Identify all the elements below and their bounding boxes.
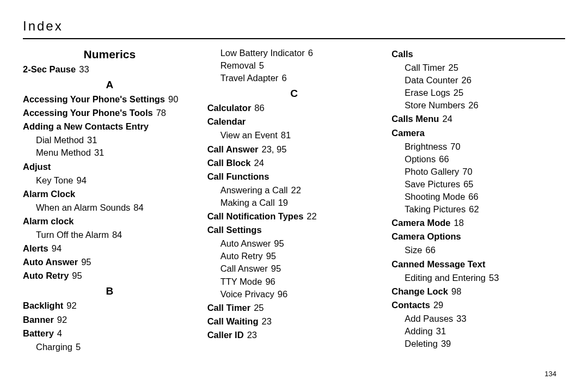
entry-page: 23, 95 — [259, 144, 287, 154]
index-subentry: Erase Logs25 — [405, 87, 565, 99]
index-subentry: Data Counter26 — [405, 74, 565, 87]
subentry-label: When an Alarm Sounds — [36, 203, 130, 212]
subentry-label: Photo Gallery — [405, 167, 459, 176]
subentry-page: 31 — [91, 148, 104, 157]
subentry-label: Data Counter — [405, 75, 458, 85]
subentry-label: Shooting Mode — [405, 192, 465, 201]
entry-label: Canned Message Text — [391, 259, 485, 269]
subentry-label: Size — [405, 245, 422, 255]
entry-page: 25 — [250, 303, 264, 313]
index-entry: Call Waiting23 — [207, 315, 381, 328]
entry-label: Call Notification Types — [207, 211, 304, 221]
index-entry: Camera Options — [391, 230, 565, 243]
subentry-page: 95 — [263, 251, 276, 261]
entry-label: Alarm clock — [23, 216, 74, 226]
index-subentry: Auto Retry95 — [220, 250, 381, 262]
subentry-label: TTY Mode — [220, 277, 262, 286]
index-subentry: Low Battery Indicator6 — [220, 47, 381, 59]
index-subentry: Answering a Call22 — [220, 184, 381, 197]
index-entry: Alarm Clock — [23, 188, 197, 200]
subentry-page: 19 — [275, 198, 288, 207]
entry-page: 78 — [153, 108, 166, 118]
index-entry: Accessing Your Phone's Tools78 — [23, 107, 197, 119]
index-entry: Accessing Your Phone's Settings90 — [23, 93, 197, 106]
index-subentry: Menu Method31 — [36, 146, 197, 159]
entry-page: 95 — [78, 257, 91, 267]
entry-label: Call Settings — [207, 225, 262, 235]
subentry-page: 53 — [486, 273, 499, 283]
subentry-label: Making a Call — [220, 198, 275, 207]
subentry-page: 84 — [130, 203, 143, 212]
subentry-label: Charging — [36, 342, 72, 352]
subentry-label: Adding — [405, 326, 432, 336]
index-subentry: Call Timer25 — [405, 62, 565, 74]
index-subentry: Options66 — [405, 153, 565, 166]
index-entry: 2-Sec Pause33 — [23, 63, 197, 76]
index-subentry: View an Event81 — [220, 129, 381, 142]
subentry-page: 31 — [433, 326, 446, 336]
subentry-page: 66 — [436, 154, 449, 164]
entry-label: Banner — [23, 315, 54, 324]
entry-label: Camera Mode — [391, 218, 450, 228]
entry-page: 33 — [76, 64, 89, 74]
index-subentry: Size66 — [405, 244, 565, 256]
index-entry: Auto Answer95 — [23, 256, 197, 268]
index-subentry: Editing and Entering53 — [405, 272, 565, 284]
index-subentry: Charging5 — [36, 341, 197, 353]
index-entry: Backlight92 — [23, 299, 197, 312]
subentry-page: 62 — [465, 204, 479, 214]
subentry-label: Low Battery Indicator — [220, 48, 305, 58]
index-subentry: Auto Answer95 — [220, 237, 381, 250]
column-1: Numerics2-Sec Pause33AAccessing Your Pho… — [23, 47, 197, 353]
index-entry: Calls — [391, 48, 565, 60]
entry-label: Alarm Clock — [23, 189, 75, 199]
index-entry: Adding a New Contacts Entry — [23, 120, 197, 133]
subentry-label: Save Pictures — [405, 179, 460, 189]
subentry-page: 5 — [256, 60, 264, 70]
subentry-label: Brightness — [405, 142, 447, 151]
subentry-label: Store Numbers — [405, 100, 465, 110]
subentry-page: 84 — [109, 230, 122, 240]
subentry-label: Menu Method — [36, 148, 91, 157]
subentry-page: 6 — [278, 73, 286, 83]
subentry-page: 96 — [262, 277, 275, 286]
subentry-label: Erase Logs — [405, 88, 450, 97]
subentry-page: 25 — [450, 88, 463, 97]
subentry-label: Call Timer — [405, 63, 445, 72]
index-entry: Battery4 — [23, 327, 197, 340]
index-subentry: Shooting Mode66 — [405, 191, 565, 203]
entry-label: Battery — [23, 328, 54, 338]
entry-label: Change Lock — [391, 286, 448, 296]
entry-label: Camera — [391, 128, 425, 138]
entry-label: Calls — [391, 49, 413, 59]
entry-page: 24 — [439, 114, 452, 124]
subentry-label: Options — [405, 154, 436, 164]
index-subentry: Adding31 — [405, 325, 565, 338]
page-number: 134 — [544, 370, 556, 378]
entry-page: 24 — [250, 158, 264, 168]
index-entry: Alerts94 — [23, 242, 197, 255]
subentry-page: 94 — [74, 175, 87, 185]
subentry-page: 65 — [460, 179, 473, 189]
subentry-label: Turn Off the Alarm — [36, 230, 109, 240]
subentry-label: Travel Adapter — [220, 73, 279, 83]
index-subentry: Turn Off the Alarm84 — [36, 229, 197, 241]
index-subentry: Store Numbers26 — [405, 99, 565, 112]
subentry-page: 66 — [465, 192, 478, 201]
subentry-label: Key Tone — [36, 175, 74, 185]
section-heading: Numerics — [23, 48, 197, 61]
subentry-page: 95 — [268, 264, 281, 273]
entry-label: Call Block — [207, 158, 251, 168]
column-2: Low Battery Indicator6Removal5Travel Ada… — [207, 47, 381, 353]
index-subentry: TTY Mode96 — [220, 275, 381, 288]
index-subentry: When an Alarm Sounds84 — [36, 201, 197, 214]
subentry-page: 81 — [278, 130, 291, 140]
entry-page: 92 — [54, 315, 67, 324]
index-subentry: Photo Gallery70 — [405, 166, 565, 178]
entry-label: Contacts — [391, 300, 430, 310]
index-entry: Caller ID23 — [207, 329, 381, 341]
index-entry: Calendar — [207, 115, 381, 128]
subentry-page: 70 — [447, 142, 460, 151]
subentry-label: Answering a Call — [220, 185, 288, 195]
entry-label: Accessing Your Phone's Tools — [23, 108, 153, 118]
